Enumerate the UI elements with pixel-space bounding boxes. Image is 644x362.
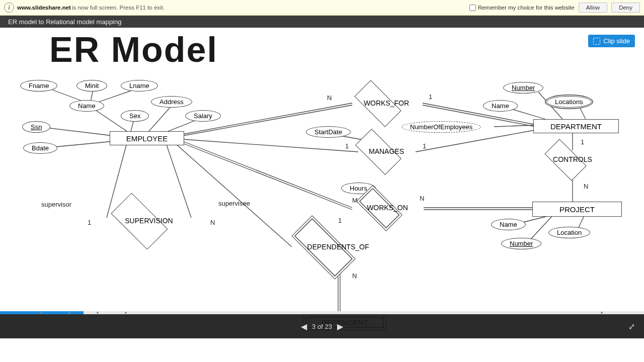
svg-line-21 bbox=[183, 141, 352, 208]
fullscreen-notice-bar: i www.slideshare.net is now full screen.… bbox=[0, 0, 644, 16]
remember-label: Remember my choice for this website bbox=[478, 5, 575, 11]
card-1f: 1 bbox=[581, 138, 584, 146]
info-icon: i bbox=[4, 3, 14, 13]
clip-icon bbox=[593, 38, 600, 45]
next-slide-button[interactable]: ▶ bbox=[332, 322, 348, 331]
clip-label: Clip slide bbox=[603, 37, 630, 45]
attr-fname: Fname bbox=[20, 80, 57, 92]
prev-slide-button[interactable]: ◀ bbox=[296, 322, 312, 331]
card-1d: 1 bbox=[88, 219, 91, 226]
slide-canvas: ER Model Clip slide bbox=[0, 28, 644, 338]
attr-numemployees: NumberOfEmployees bbox=[401, 121, 481, 133]
rel-works-for: WORKS_FOR bbox=[386, 103, 387, 104]
site-domain: www.slideshare.net bbox=[17, 5, 71, 11]
svg-line-7 bbox=[42, 127, 113, 136]
attr-lname: Lname bbox=[121, 80, 158, 92]
attr-name: Name bbox=[69, 100, 104, 112]
card-n2: N bbox=[210, 219, 215, 226]
attr-dept-name: Name bbox=[483, 100, 518, 112]
page-indicator: 3 of 23 bbox=[312, 323, 332, 330]
card-n3: N bbox=[420, 195, 424, 202]
attr-proj-number: Number bbox=[501, 238, 541, 249]
entity-project: PROJECT bbox=[532, 202, 622, 217]
slide-title: ER Model bbox=[49, 30, 218, 70]
svg-line-22 bbox=[183, 143, 352, 210]
svg-line-26 bbox=[175, 143, 292, 247]
attr-salary: Salary bbox=[185, 110, 221, 122]
fullscreen-msg: is now full screen. Press F11 to exit. bbox=[72, 5, 165, 11]
slide-nav-bar: ◀ 3 of 23 ▶ ⤢ bbox=[0, 314, 644, 338]
card-1: 1 bbox=[429, 93, 432, 101]
card-1b: 1 bbox=[345, 142, 349, 150]
svg-line-30 bbox=[508, 108, 545, 119]
entity-employee: EMPLOYEE bbox=[110, 131, 184, 145]
card-n4: N bbox=[352, 272, 357, 280]
rel-dependents-of: DEPENDENTS_OF bbox=[338, 247, 339, 247]
entity-department: DEPARTMENT bbox=[533, 119, 619, 133]
svg-line-4 bbox=[148, 104, 173, 132]
attr-dept-number: Number bbox=[503, 82, 543, 94]
card-1c: 1 bbox=[423, 142, 426, 150]
attr-address: Address bbox=[151, 96, 192, 108]
svg-line-13 bbox=[183, 139, 358, 152]
rel-supervision: SUPERVISION bbox=[149, 221, 149, 221]
svg-line-20 bbox=[166, 143, 191, 218]
rel-controls: CONTROLS bbox=[573, 159, 573, 160]
rel-manages: MANAGES bbox=[386, 151, 387, 152]
role-supervisee: supervisee bbox=[218, 200, 250, 207]
card-n5: N bbox=[584, 183, 588, 190]
svg-line-16 bbox=[494, 125, 534, 127]
card-n: N bbox=[327, 94, 332, 102]
presentation-title: ER model to Relational model mapping bbox=[8, 18, 121, 26]
role-supervisor: supervisor bbox=[41, 201, 71, 208]
attr-ssn: Ssn bbox=[22, 121, 50, 133]
attr-bdate: Bdate bbox=[23, 142, 57, 154]
attr-sex: Sex bbox=[121, 110, 149, 122]
svg-line-8 bbox=[50, 141, 114, 147]
attr-proj-location: Location bbox=[548, 227, 590, 238]
clip-slide-button[interactable]: Clip slide bbox=[588, 35, 635, 47]
attr-proj-name: Name bbox=[491, 219, 526, 230]
attr-minit: Minit bbox=[76, 80, 107, 92]
svg-line-14 bbox=[416, 130, 534, 152]
attr-dept-locations: Locations bbox=[546, 96, 592, 108]
remember-checkbox[interactable] bbox=[469, 5, 476, 11]
deny-button[interactable]: Deny bbox=[611, 3, 640, 13]
attr-startdate: StartDate bbox=[306, 126, 351, 138]
card-m: M bbox=[352, 197, 358, 204]
svg-line-31 bbox=[579, 105, 586, 119]
exit-fullscreen-icon[interactable]: ⤢ bbox=[628, 322, 635, 331]
rel-works-on: WORKS_ON bbox=[387, 208, 388, 208]
card-1e: 1 bbox=[338, 217, 342, 224]
allow-button[interactable]: Allow bbox=[579, 3, 607, 13]
presentation-title-bar: ER model to Relational model mapping bbox=[0, 16, 644, 28]
er-connectors bbox=[0, 28, 644, 338]
svg-line-34 bbox=[528, 215, 553, 242]
